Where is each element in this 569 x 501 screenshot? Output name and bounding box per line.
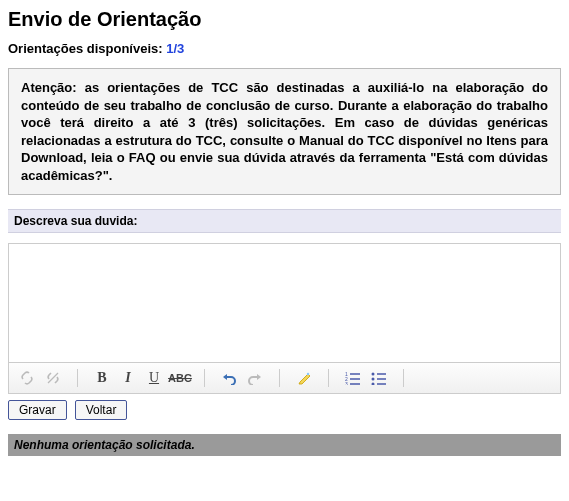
strikethrough-icon: ABC — [168, 372, 192, 384]
action-button-row: Gravar Voltar — [8, 400, 561, 420]
italic-icon: I — [125, 370, 130, 386]
available-count: 1/3 — [166, 41, 184, 56]
editor-toolbar: B I U ABC — [9, 362, 560, 393]
save-button[interactable]: Gravar — [8, 400, 67, 420]
page-title: Envio de Orientação — [8, 8, 561, 31]
status-bar: Nenhuma orientação solicitada. — [8, 434, 561, 456]
unlink-button[interactable] — [41, 367, 65, 389]
toolbar-separator — [279, 369, 280, 387]
bold-button[interactable]: B — [90, 367, 114, 389]
italic-button[interactable]: I — [116, 367, 140, 389]
clear-format-button[interactable] — [292, 367, 316, 389]
underline-button[interactable]: U — [142, 367, 166, 389]
available-count-row: Orientações disponíveis: 1/3 — [8, 41, 561, 56]
toolbar-separator — [403, 369, 404, 387]
svg-point-9 — [372, 378, 375, 381]
redo-icon — [247, 371, 263, 385]
toolbar-separator — [328, 369, 329, 387]
numbered-list-icon: 1 2 3 — [345, 371, 361, 385]
undo-button[interactable] — [217, 367, 241, 389]
svg-text:3: 3 — [345, 381, 348, 385]
doubt-textarea[interactable] — [9, 244, 560, 362]
numbered-list-button[interactable]: 1 2 3 — [341, 367, 365, 389]
link-icon — [20, 371, 34, 385]
link-button[interactable] — [15, 367, 39, 389]
describe-label: Descreva sua duvida: — [8, 209, 561, 233]
clear-format-icon — [297, 371, 311, 385]
unlink-icon — [46, 371, 60, 385]
strikethrough-button[interactable]: ABC — [168, 367, 192, 389]
svg-point-1 — [307, 373, 309, 375]
redo-button[interactable] — [243, 367, 267, 389]
toolbar-separator — [204, 369, 205, 387]
attention-notice: Atenção: as orientações de TCC são desti… — [8, 68, 561, 195]
editor-container: B I U ABC — [8, 243, 561, 394]
undo-icon — [221, 371, 237, 385]
bullet-list-button[interactable] — [367, 367, 391, 389]
toolbar-separator — [77, 369, 78, 387]
bullet-list-icon — [371, 371, 387, 385]
svg-point-8 — [372, 373, 375, 376]
back-button[interactable]: Voltar — [75, 400, 128, 420]
svg-point-10 — [372, 383, 375, 386]
bold-icon: B — [97, 370, 106, 386]
underline-icon: U — [149, 370, 159, 386]
available-label: Orientações disponíveis: — [8, 41, 163, 56]
